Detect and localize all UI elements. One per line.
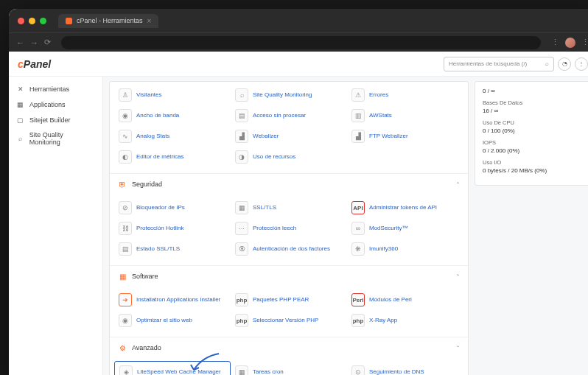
- stats-panel: 0 / ∞Bases De Datos16 / ∞Uso De CPU0 / 1…: [475, 81, 588, 186]
- stat-row: 0 / ∞: [483, 88, 583, 94]
- sidebar-item-tools[interactable]: ✕Herramientas: [9, 81, 102, 97]
- tool-security-6[interactable]: ▤Estado SSL/TLS: [114, 239, 231, 259]
- tool-metrics-6[interactable]: ∿Analog Stats: [114, 126, 231, 147]
- back-icon[interactable]: ←: [16, 38, 24, 47]
- tool-software-5[interactable]: phpX-Ray App: [347, 310, 463, 331]
- browser-tab[interactable]: cPanel - Herramientas ×: [58, 14, 158, 28]
- forward-icon[interactable]: →: [30, 38, 38, 47]
- reload-icon[interactable]: ⟳: [44, 38, 51, 47]
- tool-security-1[interactable]: ▦SSL/TLS: [231, 197, 347, 218]
- profile-avatar-icon[interactable]: [565, 38, 575, 48]
- tool-security-3[interactable]: ⛓Protección Hotlink: [114, 218, 231, 239]
- twofa-icon: ⦿: [235, 242, 248, 256]
- stat-row: Uso De CPU0 / 100 (0%): [483, 119, 583, 134]
- main-content: ♙Visitantes⌕Site Quality Monitoring⚠Erro…: [103, 77, 588, 375]
- tool-metrics-10[interactable]: ◑Uso de recursos: [231, 147, 347, 167]
- tool-security-7[interactable]: ⦿Autenticación de dos factores: [231, 239, 347, 259]
- tool-label: Paquetes PHP PEAR: [253, 296, 309, 304]
- tool-security-0[interactable]: ⊘Bloqueador de IPs: [114, 197, 231, 218]
- tab-title: cPanel - Herramientas: [77, 17, 143, 24]
- tool-label: Bloqueador de IPs: [136, 204, 185, 211]
- status-icon: ▤: [119, 242, 132, 256]
- section-header-advanced[interactable]: ⚙Avanzado⌃: [110, 337, 468, 358]
- url-bar: ← → ⟳ ⋮ ⋮: [9, 32, 588, 52]
- link-icon: ⛓: [119, 222, 132, 235]
- tool-security-4[interactable]: ···Protección leech: [231, 218, 347, 239]
- lock-icon: ···: [235, 222, 248, 235]
- stat-value: 16 / ∞: [483, 108, 583, 114]
- section-title: Seguridad: [132, 181, 162, 188]
- stat-label: Bases De Datos: [483, 99, 583, 106]
- highlight-arrow-icon: [189, 352, 226, 375]
- tool-security-8[interactable]: ❋Imunify360: [347, 239, 463, 259]
- tool-software-4[interactable]: phpSeleccionar Versión PHP: [231, 310, 347, 331]
- sidebar-item-label: Herramientas: [29, 85, 69, 93]
- stat-label: Uso De CPU: [483, 119, 583, 126]
- tool-metrics-1[interactable]: ⌕Site Quality Monitoring: [231, 85, 347, 105]
- tool-metrics-5[interactable]: ▥AWStats: [347, 105, 463, 126]
- tool-metrics-2[interactable]: ⚠Errores: [347, 85, 463, 105]
- perl-icon: Perl: [351, 293, 365, 306]
- sidebar: ✕Herramientas ▦Applications ▢Sitejet Bui…: [9, 77, 103, 375]
- address-input[interactable]: [61, 36, 541, 49]
- install-icon: ➜: [119, 293, 132, 306]
- sidebar-item-quality[interactable]: ⌕Site Quality Monitoring: [9, 127, 102, 150]
- block-icon: ⊘: [119, 201, 132, 214]
- sidebar-item-applications[interactable]: ▦Applications: [9, 97, 102, 112]
- notifications-button[interactable]: ◔: [558, 57, 571, 71]
- section-header-security[interactable]: ⛨Seguridad⌃: [110, 173, 468, 194]
- tool-software-0[interactable]: ➜Installatron Applications Installer: [114, 290, 231, 310]
- app-body: ✕Herramientas ▦Applications ▢Sitejet Bui…: [9, 77, 588, 375]
- menu-icon[interactable]: ⋮: [581, 38, 588, 47]
- tool-software-2[interactable]: PerlMódulos de Perl: [347, 290, 463, 310]
- tool-security-2[interactable]: APIAdministrar tokens de API: [347, 197, 463, 218]
- maximize-window-icon[interactable]: [40, 18, 46, 24]
- tool-metrics-8[interactable]: ▟FTP Webalizer: [347, 126, 463, 147]
- chart-icon: ▟: [235, 130, 248, 143]
- tool-metrics-9[interactable]: ◐Editor de métricas: [114, 147, 231, 167]
- xray-icon: php: [351, 314, 365, 327]
- tool-advanced-1[interactable]: ▦Tareas cron: [231, 361, 347, 375]
- chevron-up-icon: ⌃: [455, 345, 461, 351]
- user-menu-button[interactable]: ⋮: [575, 57, 588, 71]
- tool-advanced-2[interactable]: ⊙Seguimiento de DNS: [347, 361, 463, 375]
- tool-metrics-0[interactable]: ♙Visitantes: [114, 85, 231, 105]
- tool-software-1[interactable]: phpPaquetes PHP PEAR: [231, 290, 347, 310]
- tool-label: X-Ray App: [369, 317, 397, 324]
- mod-icon: ∞: [351, 222, 365, 235]
- tools-panel: ♙Visitantes⌕Site Quality Monitoring⚠Erro…: [109, 81, 469, 375]
- cron-icon: ▦: [235, 365, 248, 375]
- cpanel-app: cPanel Herramientas de búsqueda (/) ⌕ ◔ …: [9, 52, 588, 375]
- magnifier-icon: ⌕: [16, 135, 24, 143]
- tool-metrics-3[interactable]: ◉Ancho de banda: [114, 105, 231, 126]
- tool-label: Módulos de Perl: [369, 296, 412, 304]
- adv-icon: ⚙: [117, 343, 127, 353]
- section-header-software[interactable]: ▦Software⌃: [110, 265, 468, 287]
- chart-icon: ▟: [351, 130, 365, 143]
- sidebar-item-label: Site Quality Monitoring: [29, 131, 95, 146]
- tool-software-3[interactable]: ◉Optimizar el sitio web: [114, 310, 231, 331]
- tools-grid-security: ⊘Bloqueador de IPs▦SSL/TLSAPIAdministrar…: [110, 194, 468, 265]
- extensions-icon[interactable]: ⋮: [551, 38, 559, 47]
- tool-security-5[interactable]: ∞ModSecurity™: [347, 218, 463, 239]
- search-icon: ⌕: [545, 60, 549, 67]
- tool-metrics-4[interactable]: ▤Acceso sin procesar: [231, 105, 347, 126]
- tool-label: Autenticación de dos factores: [253, 245, 330, 253]
- search-input[interactable]: Herramientas de búsqueda (/) ⌕: [444, 57, 554, 71]
- chevron-up-icon: ⌃: [455, 181, 461, 188]
- close-window-icon[interactable]: [18, 18, 24, 24]
- tool-label: SSL/TLS: [253, 204, 276, 211]
- php-icon: php: [235, 293, 248, 306]
- tool-metrics-7[interactable]: ▟Webalizer: [231, 126, 347, 147]
- minimize-window-icon[interactable]: [29, 18, 35, 24]
- sidebar-item-sitejet[interactable]: ▢Sitejet Builder: [9, 112, 102, 127]
- tool-label: Visitantes: [136, 91, 162, 99]
- tool-label: Protección Hotlink: [136, 225, 183, 232]
- tab-close-icon[interactable]: ×: [147, 17, 152, 25]
- tool-label: Tareas cron: [253, 368, 284, 375]
- stat-row: Uso I/O0 bytes/s / 20 MB/s (0%): [483, 159, 583, 174]
- tool-label: Acceso sin procesar: [253, 112, 306, 119]
- stat-value: 0 / 100 (0%): [483, 127, 583, 134]
- tool-label: Site Quality Monitoring: [253, 91, 312, 99]
- imunify-icon: ❋: [351, 242, 365, 256]
